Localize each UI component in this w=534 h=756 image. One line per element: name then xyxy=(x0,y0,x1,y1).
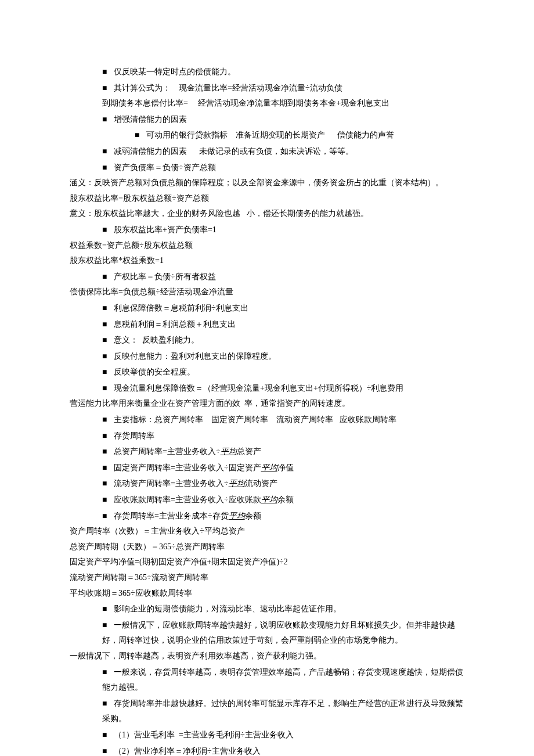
text-run: 营运能力比率用来衡量企业在资产管理方面的效 率，通常指资产的周转速度。 xyxy=(70,399,350,408)
text-run: 现金流量利息保障倍数＝（经营现金流量+现金利息支出+付现所得税）÷利息费用 xyxy=(114,384,403,393)
text-run: 到期债务本息偿付比率= 经营活动现金净流量本期到期债务本金+现金利息支出 xyxy=(102,99,389,107)
text-line: ■一般情况下，应收账款周转率越快越好，说明应收账款变现能力好且坏账损失少。但并非… xyxy=(70,617,464,649)
underlined-term: 平均 xyxy=(261,463,277,472)
text-line: 股东权益比率*权益乘数=1 xyxy=(70,253,464,269)
square-bullet-icon: ■ xyxy=(102,492,114,507)
text-line: ■反映付息能力：盈利对利息支出的保障程度。 xyxy=(70,348,464,365)
text-run: 余额 xyxy=(245,512,261,520)
text-line: ■股东权益比率+资产负债率=1 xyxy=(70,222,464,238)
text-run: 主要指标：总资产周转率 固定资产周转率 流动资产周转率 应收账款周转率 xyxy=(114,415,396,424)
square-bullet-icon: ■ xyxy=(102,80,114,96)
text-line: 意义：股东权益比率越大，企业的财务风险也越 小，偿还长期债务的能力就越强。 xyxy=(70,206,464,222)
document-page: ■仅反映某一特定时点的偿债能力。■其计算公式为： 现金流量比率=经营活动现金净流… xyxy=(0,0,534,756)
text-line: 一般情况下，周转率越高，表明资产利用效率越高，资产获利能力强。 xyxy=(70,649,464,664)
text-line: ■增强清偿能力的因素 xyxy=(70,111,464,128)
text-run: 固定资产周转率=主营业务收入÷固定资产 xyxy=(114,463,261,472)
text-line: 偿债保障比率=负债总额÷经营活动现金净流量 xyxy=(70,285,464,300)
text-line: ■息税前利润＝利润总额＋利息支出 xyxy=(70,316,464,333)
text-line: 营运能力比率用来衡量企业在资产管理方面的效 率，通常指资产的周转速度。 xyxy=(70,396,464,412)
text-run: 偿债保障比率=负债总额÷经营活动现金净流量 xyxy=(70,287,233,296)
text-line: ■其计算公式为： 现金流量比率=经营活动现金净流量÷流动负债 xyxy=(70,80,464,96)
square-bullet-icon: ■ xyxy=(102,412,114,427)
text-run: 股东权益比率+资产负债率=1 xyxy=(114,225,217,234)
text-run: 利息保障倍数＝息税前利润÷利息支出 xyxy=(114,304,248,312)
text-line: ■反映举债的安全程度。 xyxy=(70,364,464,380)
text-run: 仅反映某一特定时点的偿债能力。 xyxy=(114,67,236,76)
square-bullet-icon: ■ xyxy=(102,316,114,332)
square-bullet-icon: ■ xyxy=(102,617,114,633)
text-run: 流动资产 xyxy=(245,479,277,488)
text-line: 股东权益比率=股东权益总额÷资产总额 xyxy=(70,191,464,207)
text-run: 产权比率＝负债÷所有者权益 xyxy=(114,272,216,281)
text-line: ■现金流量利息保障倍数＝（经营现金流量+现金利息支出+付现所得税）÷利息费用 xyxy=(70,380,464,397)
square-bullet-icon: ■ xyxy=(102,508,114,524)
text-line: ■利息保障倍数＝息税前利润÷利息支出 xyxy=(70,300,464,316)
square-bullet-icon: ■ xyxy=(102,222,114,237)
square-bullet-icon: ■ xyxy=(102,444,114,459)
text-run: 存货周转率 xyxy=(114,431,154,440)
text-run: 意义：股东权益比率越大，企业的财务风险也越 小，偿还长期债务的能力就越强。 xyxy=(70,209,369,218)
text-line: ■产权比率＝负债÷所有者权益 xyxy=(70,269,464,285)
text-run: 可动用的银行贷款指标 准备近期变现的长期资产 偿债能力的声誉 xyxy=(146,131,394,139)
text-line: ■存货周转率 xyxy=(70,428,464,444)
text-run: 资产负债率＝负债÷资产总额 xyxy=(114,163,216,172)
square-bullet-icon: ■ xyxy=(102,743,114,756)
text-line: 权益乘数=资产总额÷股东权益总额 xyxy=(70,238,464,254)
square-bullet-icon: ■ xyxy=(102,111,114,127)
text-run: 增强清偿能力的因素 xyxy=(114,115,187,124)
text-line: 固定资产平均净值=(期初固定资产净值+期末固定资产净值)÷2 xyxy=(70,555,464,570)
text-run: 流动资产周转期＝365÷流动资产周转率 xyxy=(70,573,208,582)
underlined-term: 平均 xyxy=(229,479,245,488)
text-run: 净值 xyxy=(277,463,294,472)
text-line: ■应收账款周转率=主营业务收入÷应收账款平均余额 xyxy=(70,492,464,508)
square-bullet-icon: ■ xyxy=(102,380,114,396)
text-run: 资产周转率（次数）＝主营业务收入÷平均总资产 xyxy=(70,527,245,535)
text-run: （2）营业净利率＝净利润÷主营业务收入 xyxy=(114,747,261,755)
text-run: 一般来说，存货周转率越高，表明存货管理效率越高，产品越畅销；存货变现速度越快，短… xyxy=(102,668,463,692)
text-line: ■仅反映某一特定时点的偿债能力。 xyxy=(70,64,464,80)
text-run: 权益乘数=资产总额÷股东权益总额 xyxy=(70,241,193,250)
text-line: 流动资产周转期＝365÷流动资产周转率 xyxy=(70,570,464,586)
text-run: 涵义：反映资产总额对负债总额的保障程度；以及全部资金来源中，债务资金所占的比重（… xyxy=(70,178,443,187)
text-run: 股东权益比率*权益乘数=1 xyxy=(70,256,164,265)
square-bullet-icon: ■ xyxy=(102,332,114,348)
text-run: 反映付息能力：盈利对利息支出的保障程度。 xyxy=(114,352,276,361)
text-line: 资产周转率（次数）＝主营业务收入÷平均总资产 xyxy=(70,524,464,539)
text-run: 余额 xyxy=(277,495,294,504)
text-line: ■总资产周转率=主营业务收入÷平均总资产 xyxy=(70,444,464,460)
text-line: ■（2）营业净利率＝净利润÷主营业务收入 xyxy=(70,743,464,756)
square-bullet-icon: ■ xyxy=(102,696,114,711)
text-line: ■固定资产周转率=主营业务收入÷固定资产平均净值 xyxy=(70,460,464,476)
text-line: ■主要指标：总资产周转率 固定资产周转率 流动资产周转率 应收账款周转率 xyxy=(70,412,464,428)
text-run: 存货周转率并非越快越好。过快的周转率可能显示库存不足，影响生产经营的正常进行及导… xyxy=(102,699,463,723)
text-run: （1）营业毛利率 =主营业务毛利润÷主营业务收入 xyxy=(114,730,294,739)
text-line: ■（1）营业毛利率 =主营业务毛利润÷主营业务收入 xyxy=(70,727,464,743)
underlined-term: 平均 xyxy=(261,495,277,504)
text-run: 其计算公式为： 现金流量比率=经营活动现金净流量÷流动负债 xyxy=(114,84,342,92)
text-run: 平均收账期＝365÷应收账款周转率 xyxy=(70,589,192,597)
square-bullet-icon: ■ xyxy=(102,428,114,444)
text-line: ■资产负债率＝负债÷资产总额 xyxy=(70,160,464,176)
square-bullet-icon: ■ xyxy=(102,300,114,316)
text-run: 一般情况下，应收账款周转率越快越好，说明应收账款变现能力好且坏账损失少。但并非越… xyxy=(102,621,455,645)
text-run: 股东权益比率=股东权益总额÷资产总额 xyxy=(70,194,209,203)
text-run: 总资产 xyxy=(237,447,261,456)
square-bullet-icon: ■ xyxy=(102,143,114,159)
text-line: ■减弱清偿能力的因素 未做记录的或有负债，如未决诉讼，等等。 xyxy=(70,143,464,160)
text-line: 到期债务本息偿付比率= 经营活动现金净流量本期到期债务本金+现金利息支出 xyxy=(70,96,464,111)
text-run: 流动资产周转率=主营业务收入÷ xyxy=(114,479,229,488)
underlined-term: 平均 xyxy=(229,512,245,520)
text-run: 一般情况下，周转率越高，表明资产利用效率越高，资产获利能力强。 xyxy=(70,651,322,660)
text-line: 涵义：反映资产总额对负债总额的保障程度；以及全部资金来源中，债务资金所占的比重（… xyxy=(70,175,464,191)
text-line: ■可动用的银行贷款指标 准备近期变现的长期资产 偿债能力的声誉 xyxy=(70,127,464,143)
text-run: 意义： 反映盈利能力。 xyxy=(114,336,199,344)
square-bullet-icon: ■ xyxy=(102,727,114,743)
text-run: 应收账款周转率=主营业务收入÷应收账款 xyxy=(114,495,261,504)
text-run: 固定资产平均净值=(期初固定资产净值+期末固定资产净值)÷2 xyxy=(70,557,288,566)
square-bullet-icon: ■ xyxy=(102,664,114,680)
text-run: 影响企业的短期偿债能力，对流动比率、速动比率起佐证作用。 xyxy=(114,604,341,613)
square-bullet-icon: ■ xyxy=(102,269,114,285)
square-bullet-icon: ■ xyxy=(102,476,114,491)
square-bullet-icon: ■ xyxy=(102,601,114,617)
text-line: ■一般来说，存货周转率越高，表明存货管理效率越高，产品越畅销；存货变现速度越快，… xyxy=(70,664,464,696)
